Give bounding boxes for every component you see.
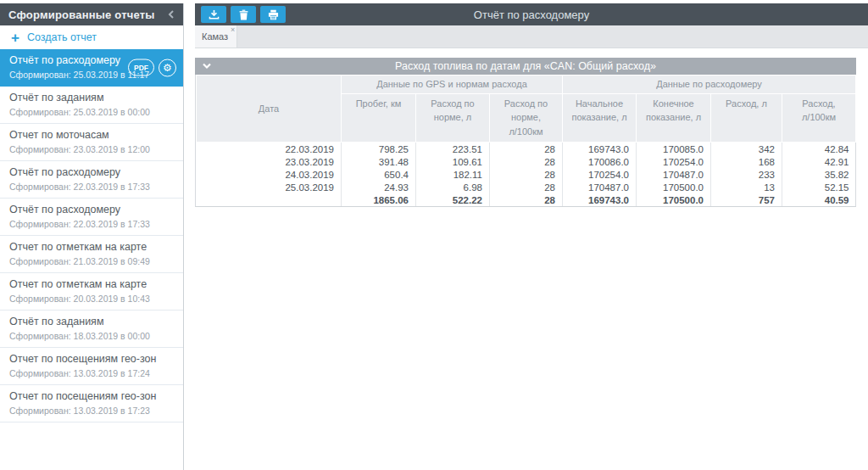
- cell-date: 25.03.2019: [197, 181, 342, 193]
- cell: 650.4: [342, 168, 416, 181]
- section-title: Расход топлива по датам для «CAN: Общий …: [195, 60, 856, 72]
- tab-kamaz[interactable]: Камаз ×: [195, 25, 237, 48]
- column-header: Начальное показание, л: [563, 93, 637, 143]
- column-header: Пробег, км: [342, 93, 416, 143]
- cell: 52.15: [782, 181, 856, 193]
- report-panel: Расход топлива по датам для «CAN: Общий …: [195, 58, 856, 207]
- report-list-item[interactable]: Отчёт по заданиям Сформирован: 25.03.201…: [0, 87, 183, 124]
- fuel-consumption-table: Дата Данные по GPS и нормам расхода Данн…: [196, 75, 856, 206]
- report-toolbar: Отчёт по расходомеру: [195, 3, 868, 25]
- cell: 342: [711, 143, 782, 156]
- tab-strip: Камаз ×: [195, 25, 868, 48]
- report-item-actions: PDF ⚙: [128, 59, 176, 76]
- report-list-item[interactable]: Отчёт по заданиям Сформирован: 18.03.201…: [0, 311, 183, 348]
- cell: 182.11: [416, 168, 490, 181]
- report-item-title: Отчёт по расходомеру: [9, 204, 175, 215]
- report-list-item[interactable]: Отчет по отметкам на карте Сформирован: …: [0, 236, 183, 273]
- cell: 170487.0: [637, 168, 711, 181]
- column-group-flowmeter: Данные по расходомеру: [563, 76, 856, 94]
- report-item-subtitle: Сформирован: 25.03.2019 в 00:00: [9, 107, 175, 117]
- report-item-subtitle: Сформирован: 20.03.2019 в 10:43: [9, 294, 175, 304]
- cell: 28: [490, 181, 563, 193]
- cell: 28: [490, 143, 563, 156]
- tab-label: Камаз: [202, 31, 228, 42]
- report-item-subtitle: Сформирован: 13.03.2019 в 17:24: [9, 368, 175, 378]
- column-header: Расход по норме, л/100км: [490, 93, 563, 143]
- cell: 28: [490, 193, 563, 206]
- column-header: Конечное показание, л: [637, 93, 711, 143]
- table-row: 23.03.2019 391.48 109.61 28 170086.0 170…: [197, 155, 856, 168]
- app-window: Сформированные отчеты + Создать отчет От…: [0, 0, 868, 470]
- plus-icon: +: [11, 31, 19, 45]
- cell: 223.51: [416, 143, 490, 156]
- table-total-row: 1865.06 522.22 28 169743.0 170500.0 757 …: [197, 193, 856, 206]
- cell: 170254.0: [563, 168, 637, 181]
- cell-date: 23.03.2019: [197, 155, 342, 168]
- column-header-date: Дата: [197, 76, 342, 143]
- print-button[interactable]: [260, 6, 286, 23]
- tab-close-icon[interactable]: ×: [231, 26, 235, 34]
- report-item-title: Отчет по посещениям гео-зон: [9, 353, 175, 365]
- cell-date: 24.03.2019: [197, 168, 342, 181]
- column-group-gps: Данные по GPS и нормам расхода: [342, 76, 563, 94]
- report-list-item[interactable]: Отчёт по расходомеру Сформирован: 25.03.…: [0, 49, 183, 87]
- report-item-subtitle: Сформирован: 22.03.2019 в 17:33: [9, 182, 175, 192]
- cell: 522.22: [416, 193, 490, 206]
- report-item-subtitle: Сформирован: 23.03.2019 в 12:00: [9, 144, 175, 154]
- report-list-item[interactable]: Отчет по посещениям гео-зон Сформирован:…: [0, 348, 183, 385]
- cell-date: [197, 193, 342, 206]
- report-item-title: Отчёт по заданиям: [9, 92, 175, 104]
- download-button[interactable]: [201, 6, 226, 23]
- column-header: Расход по норме, л: [416, 93, 490, 143]
- cell: 28: [490, 155, 563, 168]
- table-row: 25.03.2019 24.93 6.98 28 170487.0 170500…: [197, 181, 856, 193]
- report-title: Отчёт по расходомеру: [195, 8, 868, 21]
- report-list-item[interactable]: Отчёт по расходомеру Сформирован: 22.03.…: [0, 199, 183, 236]
- cell: 42.84: [782, 143, 856, 156]
- trash-icon: [239, 9, 248, 20]
- column-header: Расход, л/100км: [782, 93, 856, 143]
- cell: 24.93: [342, 181, 416, 193]
- fuel-table-wrap: Дата Данные по GPS и нормам расхода Данн…: [195, 75, 856, 207]
- cell: 757: [711, 193, 782, 206]
- cell: 798.25: [342, 143, 416, 156]
- cell: 170085.0: [637, 143, 711, 156]
- collapse-sidebar-icon[interactable]: [168, 10, 175, 19]
- cell: 170086.0: [563, 155, 637, 168]
- report-item-title: Отчет по отметкам на карте: [9, 278, 175, 290]
- cell: 170254.0: [637, 155, 711, 168]
- cell: 170500.0: [637, 193, 711, 206]
- sidebar-title: Сформированные отчеты: [8, 8, 155, 21]
- chevron-down-icon[interactable]: [202, 61, 212, 70]
- cell: 233: [711, 168, 782, 181]
- gear-icon[interactable]: ⚙: [159, 59, 176, 76]
- create-report-button[interactable]: + Создать отчет: [0, 25, 183, 49]
- toolbar-buttons: [201, 6, 286, 23]
- report-item-title: Отчет по моточасам: [9, 129, 175, 141]
- table-row: 24.03.2019 650.4 182.11 28 170254.0 1704…: [197, 168, 856, 181]
- report-list-item[interactable]: Отчет по отметкам на карте Сформирован: …: [0, 273, 183, 311]
- report-section-bar[interactable]: Расход топлива по датам для «CAN: Общий …: [195, 58, 856, 75]
- report-list-item[interactable]: Отчёт по расходомеру Сформирован: 22.03.…: [0, 161, 183, 199]
- pdf-badge[interactable]: PDF: [128, 59, 154, 76]
- cell: 109.61: [416, 155, 490, 168]
- report-list-item[interactable]: Отчет по посещениям гео-зон Сформирован:…: [0, 385, 183, 422]
- column-header: Расход, л: [711, 93, 782, 143]
- reports-sidebar: Сформированные отчеты + Создать отчет От…: [0, 3, 184, 470]
- report-item-title: Отчет по посещениям гео-зон: [9, 390, 175, 402]
- cell: 40.59: [782, 193, 856, 206]
- create-report-label: Создать отчет: [27, 31, 97, 43]
- cell: 169743.0: [563, 143, 637, 156]
- report-list-item[interactable]: Отчет по моточасам Сформирован: 23.03.20…: [0, 124, 183, 161]
- cell: 6.98: [416, 181, 490, 193]
- cell: 28: [490, 168, 563, 181]
- table-row: 22.03.2019 798.25 223.51 28 169743.0 170…: [197, 143, 856, 156]
- cell: 42.91: [782, 155, 856, 168]
- cell: 1865.06: [342, 193, 416, 206]
- cell: 168: [711, 155, 782, 168]
- cell: 35.82: [782, 168, 856, 181]
- report-item-title: Отчёт по заданиям: [9, 316, 175, 327]
- cell: 169743.0: [563, 193, 637, 206]
- delete-button[interactable]: [231, 6, 256, 23]
- report-item-title: Отчет по отметкам на карте: [9, 241, 175, 253]
